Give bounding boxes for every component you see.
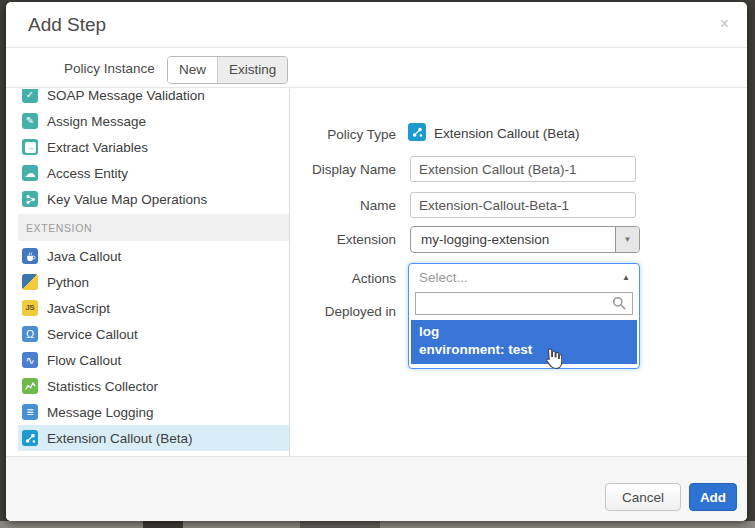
policy-type-value: Extension Callout (Beta) (434, 126, 580, 141)
chevron-up-icon: ▲ (622, 264, 630, 291)
new-button[interactable]: New (168, 57, 217, 83)
sidebar-item-label: Python (47, 275, 89, 290)
statistics-icon (22, 378, 38, 394)
name-label: Name (246, 197, 396, 215)
actions-placeholder: Select... (419, 270, 468, 285)
sidebar-item-label: Key Value Map Operations (47, 192, 207, 207)
page-title: Add Step (28, 2, 106, 48)
actions-option-log[interactable]: log environment: test (411, 320, 637, 364)
actions-select-trigger[interactable]: Select... ▲ (409, 264, 639, 291)
dialog-header: Add Step × (6, 2, 747, 48)
sidebar-item-label: Java Callout (47, 249, 121, 264)
service-callout-icon: Ω (22, 326, 38, 342)
dialog-footer: Cancel Add (6, 456, 747, 521)
sidebar-item-label: Message Logging (47, 405, 154, 420)
sidebar-item-label: SOAP Message Validation (47, 89, 205, 103)
policy-instance-label: Policy Instance (64, 61, 155, 76)
policy-type-label: Policy Type (246, 126, 396, 144)
add-step-dialog: Add Step × Policy Instance New Existing … (6, 2, 747, 521)
add-button[interactable]: Add (689, 483, 737, 511)
extension-callout-icon (22, 430, 38, 446)
dialog-body: ✓SOAP Message Validation✎Assign Message→… (6, 89, 747, 456)
python-icon (22, 274, 38, 290)
java-icon (22, 248, 38, 264)
close-icon[interactable]: × (720, 15, 729, 33)
page-behind-modal-block (143, 521, 183, 528)
policy-instance-row: Policy Instance New Existing (6, 48, 747, 88)
key-value-map-icon (22, 191, 38, 207)
search-icon (612, 296, 627, 311)
policy-form: Policy Type Display Name Name Extension … (290, 89, 747, 456)
soap-message-validation-icon: ✓ (22, 89, 38, 103)
javascript-icon: JS (22, 300, 38, 316)
assign-message-icon: ✎ (22, 113, 38, 129)
chevron-down-icon: ▼ (615, 227, 639, 252)
display-name-label: Display Name (246, 161, 396, 179)
actions-option-line1: log (419, 323, 629, 341)
cancel-button[interactable]: Cancel (605, 483, 681, 511)
flow-callout-icon: ∿ (22, 352, 38, 368)
actions-search (415, 292, 633, 315)
sidebar-item-statistics-collector[interactable]: Statistics Collector (18, 373, 289, 399)
sidebar-item-label: Statistics Collector (47, 379, 158, 394)
sidebar-item-label: Assign Message (47, 114, 146, 129)
access-entity-icon: ☁ (22, 165, 38, 181)
sidebar-item-label: Extension Callout (Beta) (47, 431, 193, 446)
sidebar-item-soap-message-validation[interactable]: ✓SOAP Message Validation (18, 89, 289, 108)
sidebar-item-message-logging[interactable]: ≡Message Logging (18, 399, 289, 425)
display-name-field[interactable] (410, 156, 636, 182)
sidebar-item-label: Access Entity (47, 166, 128, 181)
message-logging-icon: ≡ (22, 404, 38, 420)
actions-option-line2: environment: test (419, 341, 629, 359)
deployed-in-label: Deployed in (246, 303, 396, 321)
policy-instance-toggle: New Existing (167, 56, 288, 84)
name-field[interactable] (410, 192, 636, 218)
page-behind-modal-block (300, 521, 380, 528)
actions-label: Actions (246, 270, 396, 288)
extract-variables-icon: → (22, 139, 38, 155)
sidebar-item-flow-callout[interactable]: ∿Flow Callout (18, 347, 289, 373)
extension-select[interactable]: my-logging-extension ▼ (410, 226, 640, 253)
sidebar-item-extension-callout-beta[interactable]: Extension Callout (Beta) (18, 425, 289, 451)
sidebar-item-label: JavaScript (47, 301, 110, 316)
actions-dropdown: Select... ▲ log environment: test (408, 263, 640, 369)
extension-label: Extension (246, 231, 396, 249)
existing-button[interactable]: Existing (217, 57, 287, 83)
extension-select-value: my-logging-extension (421, 227, 549, 252)
sidebar-item-label: Extract Variables (47, 140, 148, 155)
sidebar-item-label: Service Callout (47, 327, 138, 342)
actions-search-input[interactable] (415, 292, 633, 315)
sidebar-item-service-callout[interactable]: ΩService Callout (18, 321, 289, 347)
sidebar-item-label: Flow Callout (47, 353, 121, 368)
extension-callout-icon (408, 123, 426, 141)
